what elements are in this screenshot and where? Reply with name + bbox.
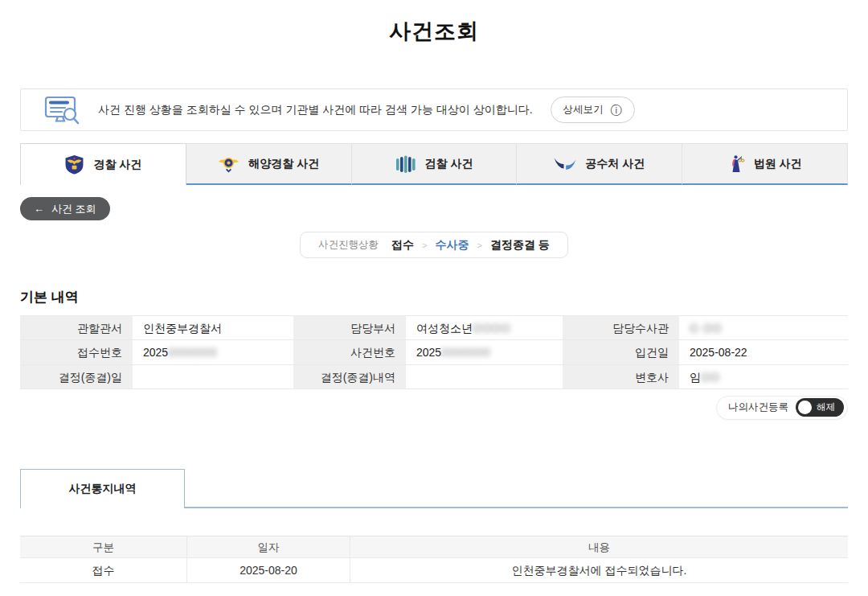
- tab-court-case[interactable]: 법원 사건: [682, 143, 848, 185]
- tab-coast-guard-case[interactable]: 해양경찰 사건: [186, 143, 352, 185]
- notice-date: 2025-08-20: [186, 558, 350, 583]
- coast-guard-emblem-icon: [218, 154, 240, 174]
- case-progress-row: 사건진행상황 접수 > 수사중 > 결정종결 등: [0, 232, 868, 258]
- field-value-decision-date: [133, 365, 293, 389]
- field-value-case-number: 20250000000: [406, 340, 563, 364]
- field-value-decision-detail: [406, 365, 563, 389]
- redacted-text: O OO: [690, 322, 723, 335]
- field-label: 담당수사관: [563, 316, 679, 340]
- case-progress-indicator: 사건진행상황 접수 > 수사중 > 결정종결 등: [300, 232, 568, 258]
- column-header-date: 일자: [186, 536, 350, 558]
- notice-content: 인천중부경찰서에 접수되었습니다.: [350, 558, 848, 583]
- notice-table-header: 구분 일자 내용: [20, 536, 848, 558]
- tab-prosecution-case[interactable]: 검찰 사건: [352, 143, 518, 185]
- banner-description: 사건 진행 상황을 조회하실 수 있으며 기관별 사건에 따라 검색 가능 대상…: [98, 103, 533, 117]
- back-arrow-icon: ←: [34, 203, 44, 215]
- detail-view-button[interactable]: 상세보기 ⓘ: [551, 97, 635, 123]
- toggle-state-label: 해제: [817, 398, 835, 417]
- toggle-knob: [798, 401, 812, 414]
- tab-cio-case[interactable]: 공수처 사건: [517, 143, 682, 185]
- tab-label: 검찰 사건: [425, 157, 473, 171]
- progress-caption: 사건진행상황: [318, 238, 379, 252]
- progress-step-closed: 결정종결 등: [490, 238, 550, 253]
- table-row: 접수 2025-08-20 인천중부경찰서에 접수되었습니다.: [20, 558, 848, 583]
- field-label: 결정(종결)내역: [293, 365, 406, 389]
- field-value-lawyer: 임OO: [679, 365, 848, 389]
- basic-details-heading: 기본 내역: [20, 288, 848, 306]
- redacted-text: 0000000: [168, 346, 218, 359]
- detail-view-label: 상세보기: [563, 103, 604, 117]
- field-label: 접수번호: [20, 340, 133, 364]
- monitor-search-icon: [43, 94, 80, 126]
- chevron-right-icon: >: [422, 240, 427, 250]
- field-value-receipt-number: 20250000000: [133, 340, 293, 364]
- notice-tabbar: 사건통지내역: [20, 469, 848, 508]
- page-title: 사건조회: [0, 18, 868, 45]
- info-icon: ⓘ: [611, 105, 622, 116]
- lady-justice-icon: [728, 154, 745, 174]
- field-label: 결정(종결)일: [20, 365, 133, 389]
- redacted-text: 0000000: [441, 346, 491, 359]
- tab-label: 경찰 사건: [93, 158, 141, 172]
- progress-step-received: 접수: [391, 238, 414, 253]
- field-label: 입건일: [563, 340, 679, 364]
- my-case-toggle[interactable]: 해제: [796, 398, 844, 417]
- tab-label: 공수처 사건: [585, 157, 645, 171]
- field-value-department: 여성청소년OOOO: [406, 316, 563, 340]
- police-shield-icon: [64, 154, 84, 175]
- prosecution-bars-icon: [395, 154, 416, 174]
- redacted-text: OOOO: [473, 322, 511, 335]
- info-banner: 사건 진행 상황을 조회하실 수 있으며 기관별 사건에 따라 검색 가능 대상…: [20, 88, 848, 131]
- my-case-registration-control: 나의사건등록 해제: [716, 396, 848, 420]
- redacted-text: OO: [701, 371, 720, 384]
- back-to-case-search-button[interactable]: ← 사건 조회: [20, 197, 110, 220]
- notice-tab-underline: [185, 469, 848, 508]
- tab-label: 법원 사건: [754, 157, 802, 171]
- progress-step-investigating: 수사중: [436, 238, 469, 253]
- field-value-jurisdiction: 인천중부경찰서: [133, 316, 293, 340]
- cio-bird-icon: [554, 157, 576, 171]
- basic-details-table: 관할관서 인천중부경찰서 담당부서 여성청소년OOOO 담당수사관 O OO 접…: [20, 315, 848, 389]
- column-header-content: 내용: [350, 536, 848, 558]
- column-header-type: 구분: [20, 536, 186, 558]
- back-button-label: 사건 조회: [51, 202, 96, 216]
- chevron-right-icon: >: [477, 240, 482, 250]
- field-label: 담당부서: [293, 316, 406, 340]
- agency-tabbar: 경찰 사건 해양경찰 사건 검찰 사건 공수처 사건: [20, 143, 848, 185]
- tab-label: 해양경찰 사건: [248, 157, 319, 171]
- field-value-booking-date: 2025-08-22: [679, 340, 848, 364]
- tab-case-notices[interactable]: 사건통지내역: [20, 469, 185, 508]
- field-value-investigator: O OO: [679, 316, 848, 340]
- notice-table: 구분 일자 내용 접수 2025-08-20 인천중부경찰서에 접수되었습니다.: [20, 536, 848, 583]
- my-case-label: 나의사건등록: [728, 401, 788, 414]
- field-label: 사건번호: [293, 340, 406, 364]
- field-label: 변호사: [563, 365, 679, 389]
- field-label: 관할관서: [20, 316, 133, 340]
- my-case-row: 나의사건등록 해제: [20, 396, 848, 420]
- tab-police-case[interactable]: 경찰 사건: [20, 143, 186, 185]
- notice-type: 접수: [20, 558, 186, 583]
